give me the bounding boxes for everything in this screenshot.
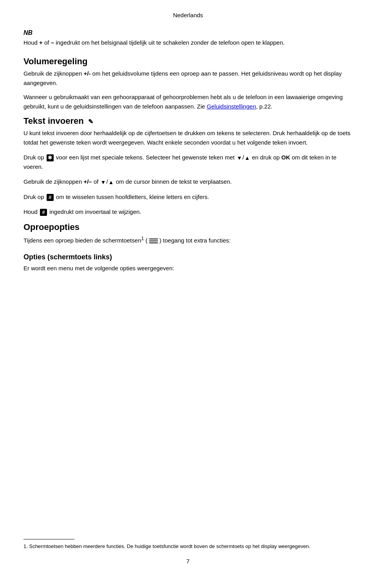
footnote-sup: 1 bbox=[141, 236, 144, 241]
nb-minus: – bbox=[51, 39, 54, 46]
volume-paragraph1: Gebruik de zijknoppen +/- om het geluids… bbox=[24, 69, 352, 88]
volume-heading: Volumeregeling bbox=[24, 56, 352, 67]
page-container: Nederlands NB Houd + of – ingedrukt om h… bbox=[0, 0, 376, 588]
tekst-heading: Tekst invoeren ✎ bbox=[24, 116, 352, 126]
page-header: Nederlands bbox=[24, 12, 352, 18]
footnote-divider bbox=[24, 539, 74, 539]
footnote-content: Schermtoetsen hebben meerdere functies. … bbox=[29, 543, 310, 549]
language-label: Nederlands bbox=[173, 12, 203, 18]
star-icon: ✱ bbox=[47, 154, 54, 161]
footer-area: 1. Schermtoetsen hebben meerdere functie… bbox=[24, 539, 352, 565]
volume-plus-minus: +/- bbox=[83, 70, 90, 77]
footnote-number: 1. bbox=[24, 543, 28, 549]
opties-heading: Opties (schermtoets links) bbox=[24, 253, 352, 261]
nav-up-icon-1: ▲ bbox=[244, 154, 250, 162]
hash-icon-2: # bbox=[40, 209, 47, 216]
nav-up-icon-2: ▲ bbox=[108, 178, 114, 186]
hash-icon-1: # bbox=[47, 194, 54, 201]
opties-paragraph1: Er wordt een menu met de volgende opties… bbox=[24, 264, 352, 273]
ok-label: OK bbox=[281, 154, 290, 161]
nav-down-icon-1: ▼ bbox=[237, 154, 242, 162]
tekst-paragraph5: Houd # ingedrukt om invoertaal te wijzig… bbox=[24, 207, 352, 217]
nb-section: NB Houd + of – ingedrukt om het belsigna… bbox=[24, 29, 352, 47]
edit-icon: ✎ bbox=[88, 118, 93, 125]
nav-down-icon-2: ▼ bbox=[101, 178, 106, 186]
oproep-section: Oproepopties Tijdens een oproep bieden d… bbox=[24, 222, 352, 245]
geluidsinstellingen-link[interactable]: Geluidsinstellingen bbox=[207, 103, 256, 110]
oproep-heading: Oproepopties bbox=[24, 222, 352, 232]
side-buttons-label: +/– bbox=[83, 178, 92, 185]
menu-icon bbox=[149, 238, 158, 244]
tekst-paragraph1: U kunt tekst invoeren door herhaaldelijk… bbox=[24, 128, 352, 147]
content-area: NB Houd + of – ingedrukt om het belsigna… bbox=[24, 29, 352, 539]
tekst-section: Tekst invoeren ✎ U kunt tekst invoeren d… bbox=[24, 116, 352, 216]
volume-paragraph2: Wanneer u gebruikmaakt van een gehoorapp… bbox=[24, 92, 352, 111]
footnote-text: 1. Schermtoetsen hebben meerdere functie… bbox=[24, 543, 352, 550]
volume-section: Volumeregeling Gebruik de zijknoppen +/-… bbox=[24, 56, 352, 111]
nb-text: Houd + of – ingedrukt om het belsignaal … bbox=[24, 38, 352, 47]
tekst-paragraph3: Gebruik de zijknoppen +/– of ▼/▲ om de c… bbox=[24, 177, 352, 186]
nb-title: NB bbox=[24, 29, 352, 36]
page-number: 7 bbox=[24, 550, 352, 564]
tekst-paragraph4: Druk op # om te wisselen tussen hoofdlet… bbox=[24, 192, 352, 202]
oproep-paragraph1: Tijdens een oproep bieden de schermtoets… bbox=[24, 235, 352, 245]
tekst-paragraph2: Druk op ✱ voor een lijst met speciale te… bbox=[24, 153, 352, 172]
nb-plus: + bbox=[39, 39, 43, 46]
opties-section: Opties (schermtoets links) Er wordt een … bbox=[24, 253, 352, 273]
